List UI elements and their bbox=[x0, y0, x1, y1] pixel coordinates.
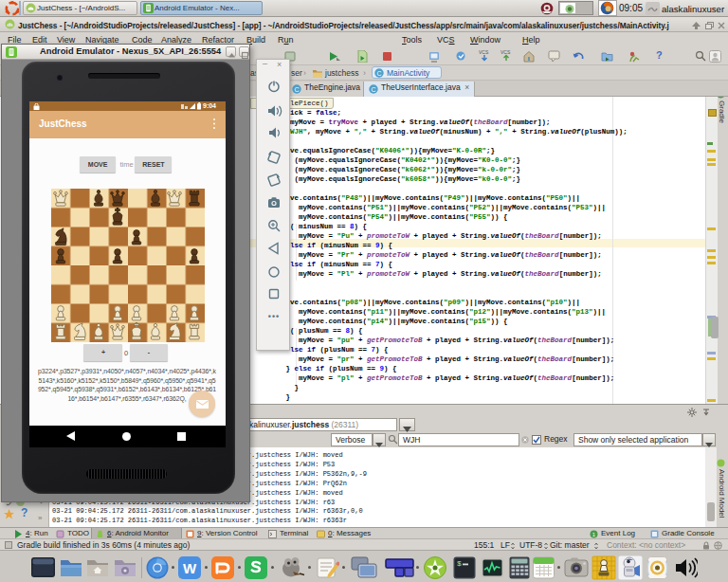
svg-text:$: $ bbox=[457, 559, 462, 568]
svg-text:C: C bbox=[294, 86, 299, 93]
svg-text:VCS: VCS bbox=[479, 49, 489, 55]
svg-text:VCS: VCS bbox=[500, 49, 511, 55]
svg-text:C: C bbox=[376, 70, 381, 77]
svg-text:W: W bbox=[183, 560, 197, 576]
svg-text:C: C bbox=[371, 86, 375, 93]
